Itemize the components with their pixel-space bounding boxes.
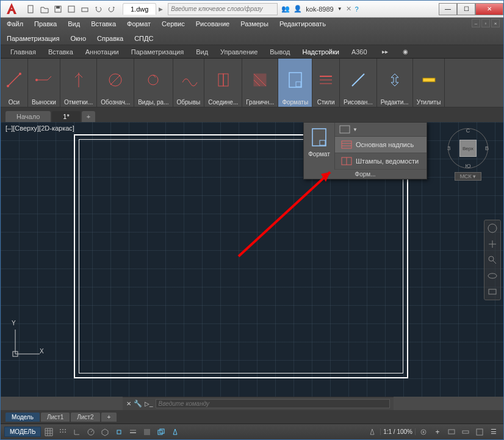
user-menu-arrow-icon[interactable]: ▼ [337,6,342,12]
status-annotation-icon[interactable] [366,426,378,438]
viewcube-west[interactable]: З [447,145,450,151]
status-quickprops-icon[interactable] [473,426,486,438]
status-monitor-icon[interactable] [445,426,458,438]
viewcube-face[interactable]: Верх [459,140,477,157]
format-main-icon[interactable] [306,125,332,150]
tab-output[interactable]: Вывод [265,47,295,57]
menuitem-stamps[interactable]: Штампы, ведомости [335,153,427,170]
signin-icon[interactable]: 👤 [293,5,302,13]
menu-parametric[interactable]: Параметризация [4,34,62,43]
status-plus-icon[interactable]: + [431,426,444,438]
viewcube-north[interactable]: С [466,128,470,134]
doctab-add-button[interactable]: + [82,111,95,122]
status-snap-icon[interactable] [57,426,69,438]
tab-focus-icon[interactable]: ◉ [398,47,413,56]
panel-[interactable]: Рисован... [340,59,377,107]
nav-zoom-icon[interactable] [487,254,498,265]
menu-help[interactable]: Справка [95,34,126,43]
panel-[interactable]: Обрывы [173,59,205,107]
viewport-label[interactable]: [–][Сверху][2D-каркас] [5,124,74,132]
panel-[interactable]: Виды, ра... [134,59,173,107]
panel-[interactable]: Редакти... [377,59,413,107]
flyout-dropdown-icon[interactable]: ▼ [353,127,358,132]
viewcube[interactable]: Верх С Ю В З МСК ▾ [444,128,492,195]
qat-undo-icon[interactable] [92,3,104,15]
status-grid-icon[interactable] [43,426,55,438]
mdi-restore-button[interactable]: ▫ [481,19,490,27]
cmd-close-icon[interactable]: ✕ [126,400,131,407]
tab-manage[interactable]: Управление [215,47,262,57]
layout-sheet2[interactable]: Лист2 [71,413,99,422]
nav-showmotion-icon[interactable] [487,286,498,297]
command-input[interactable] [156,399,390,408]
qat-save-icon[interactable] [52,3,64,15]
mdi-close-button[interactable]: × [491,19,500,27]
menu-spds[interactable]: СПДС [132,34,156,43]
help-icon[interactable]: ? [355,5,359,13]
exchange-icon[interactable]: ✕ [346,5,351,13]
menu-edit[interactable]: Правка [32,19,59,29]
filetab-arrow-icon[interactable]: ▶ [159,6,163,12]
search-input[interactable] [168,3,278,15]
panel-[interactable]: Выноски [28,59,60,107]
panel-[interactable]: Утилиты [413,59,445,107]
status-units-icon[interactable] [459,426,472,438]
panel-[interactable]: Граничн... [242,59,278,107]
menu-tools[interactable]: Сервис [159,19,187,29]
menu-file[interactable]: Файл [4,19,26,29]
status-annoscale-icon[interactable] [169,426,181,438]
nav-orbit-icon[interactable] [487,270,498,281]
status-ortho-icon[interactable] [71,426,83,438]
qat-redo-icon[interactable] [106,3,118,15]
infocenter-icon[interactable]: 👥 [281,5,290,13]
status-gear-icon[interactable] [417,426,430,438]
layout-add-button[interactable]: + [101,413,117,422]
menu-modify[interactable]: Редактировать [277,19,328,29]
menuitem-mainstamp[interactable]: Основная надпись [335,137,427,153]
username[interactable]: kok-8989 [306,5,333,13]
nav-pan-icon[interactable] [487,239,498,250]
panel-[interactable]: Соедине... [204,59,242,107]
tab-insert[interactable]: Вставка [43,47,78,57]
maximize-button[interactable]: ☐ [457,3,475,15]
layout-sheet1[interactable]: Лист1 [41,413,70,422]
menu-dimension[interactable]: Размеры [238,19,271,29]
layout-model[interactable]: Модель [5,413,40,422]
status-customize-icon[interactable]: ☰ [488,426,500,438]
nav-wheel-icon[interactable] [487,223,498,234]
panel-[interactable]: Отметки... [60,59,97,107]
status-lineweight-icon[interactable] [127,426,139,438]
viewcube-south[interactable]: Ю [465,163,470,169]
minimize-button[interactable]: — [439,3,457,15]
mdi-minimize-button[interactable]: – [472,19,480,27]
status-cycling-icon[interactable] [155,426,167,438]
status-zoom[interactable]: 1:1 / 100% [380,428,416,435]
app-logo[interactable] [1,1,23,18]
qat-print-icon[interactable] [79,3,91,15]
panel-[interactable]: Форматы [278,59,312,107]
menu-format[interactable]: Формат [124,19,153,29]
close-button[interactable]: ✕ [475,3,503,15]
status-polar-icon[interactable] [85,426,97,438]
cmd-wrench-icon[interactable]: 🔧 [134,400,142,408]
panel-[interactable]: Обознач... [97,59,134,107]
tab-addins[interactable]: Надстройки [298,47,344,57]
doctab-start[interactable]: Начало [5,111,51,122]
menu-draw[interactable]: Рисование [193,19,232,29]
tab-parametric[interactable]: Параметризация [126,47,189,57]
menu-insert[interactable]: Вставка [88,19,118,29]
tab-home[interactable]: Главная [5,47,41,57]
menu-window[interactable]: Окно [68,34,88,43]
qat-saveas-icon[interactable] [65,3,77,15]
flyout-small-icon[interactable] [339,124,351,134]
qat-open-icon[interactable] [38,3,51,15]
menu-view[interactable]: Вид [65,19,82,29]
tab-view[interactable]: Вид [191,47,213,57]
tab-annotate[interactable]: Аннотации [81,47,124,57]
status-transparency-icon[interactable] [141,426,153,438]
tab-extra-icon[interactable]: ▸▸ [377,47,393,56]
status-osnap-icon[interactable] [113,426,125,438]
drawing-canvas[interactable]: [–][Сверху][2D-каркас] Формат ▼ Основная… [1,122,503,397]
qat-new-icon[interactable] [25,3,37,15]
panel-[interactable]: Стили [312,59,340,107]
